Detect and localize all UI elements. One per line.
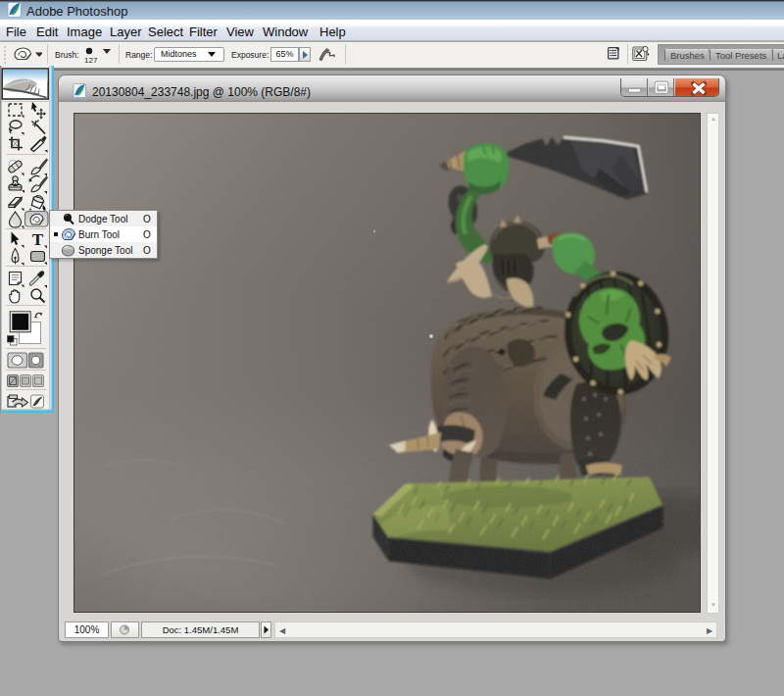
svg-text:T: T — [32, 230, 44, 249]
